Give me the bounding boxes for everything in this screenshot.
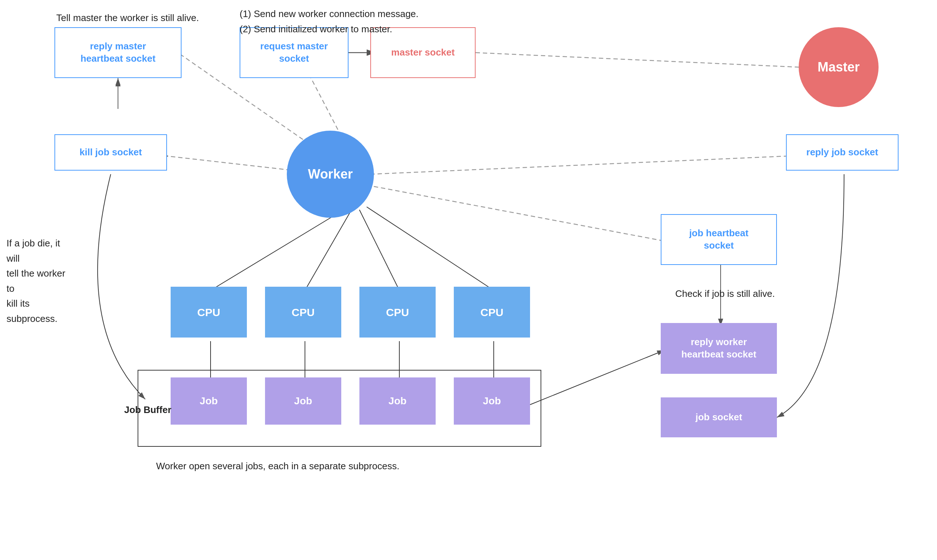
reply-master-heartbeat-socket-box: reply masterheartbeat socket bbox=[54, 27, 182, 78]
job-label-3: Job bbox=[483, 394, 501, 408]
cpu-box-2: CPU bbox=[359, 287, 435, 337]
tell-master-label: Tell master the worker is still alive. bbox=[56, 11, 199, 25]
svg-line-14 bbox=[359, 210, 399, 290]
kill-job-desc-label: If a job die, it willtell the worker tok… bbox=[6, 236, 68, 327]
job-box-1: Job bbox=[265, 377, 341, 425]
job-box-3: Job bbox=[454, 377, 530, 425]
master-circle-label: Master bbox=[817, 60, 860, 75]
send-messages-label: (1) Send new worker connection message. … bbox=[240, 6, 418, 37]
job-label-1: Job bbox=[294, 394, 312, 408]
job-socket-label: job socket bbox=[695, 411, 742, 423]
svg-line-15 bbox=[367, 207, 494, 290]
svg-line-12 bbox=[211, 207, 349, 290]
reply-job-socket-box: reply job socket bbox=[786, 134, 899, 171]
svg-line-21 bbox=[530, 350, 665, 405]
svg-line-10 bbox=[370, 156, 788, 174]
master-socket-label: master socket bbox=[391, 46, 455, 59]
worker-opens-label: Worker open several jobs, each in a sepa… bbox=[156, 459, 399, 473]
cpu-label-2: CPU bbox=[386, 305, 409, 319]
cpu-label-3: CPU bbox=[480, 305, 503, 319]
kill-job-socket-box: kill job socket bbox=[54, 134, 167, 171]
diagram-container: reply masterheartbeat socket request mas… bbox=[0, 0, 937, 560]
reply-worker-heartbeat-socket-box: reply workerheartbeat socket bbox=[661, 323, 777, 374]
svg-line-7 bbox=[475, 52, 799, 67]
cpu-box-0: CPU bbox=[171, 287, 247, 337]
job-socket-box: job socket bbox=[661, 397, 777, 437]
job-box-2: Job bbox=[359, 377, 435, 425]
worker-circle: Worker bbox=[287, 131, 374, 218]
kill-job-socket-label: kill job socket bbox=[80, 146, 142, 158]
reply-master-heartbeat-label: reply masterheartbeat socket bbox=[81, 40, 156, 65]
check-job-label: Check if job is still alive. bbox=[675, 287, 775, 301]
job-label-0: Job bbox=[200, 394, 218, 408]
job-box-0: Job bbox=[171, 377, 247, 425]
job-heartbeat-socket-box: job heartbeatsocket bbox=[661, 214, 777, 265]
cpu-label-0: CPU bbox=[197, 305, 220, 319]
svg-line-11 bbox=[367, 185, 666, 242]
job-label-2: Job bbox=[388, 394, 406, 408]
cpu-box-1: CPU bbox=[265, 287, 341, 337]
worker-circle-label: Worker bbox=[308, 166, 352, 182]
request-master-socket-label: request mastersocket bbox=[260, 40, 328, 65]
svg-line-13 bbox=[305, 209, 352, 290]
cpu-box-3: CPU bbox=[454, 287, 530, 337]
arrows-svg bbox=[0, 0, 937, 560]
job-heartbeat-socket-label: job heartbeatsocket bbox=[689, 227, 748, 252]
job-buffer-label: Job Buffer bbox=[124, 403, 171, 417]
cpu-label-1: CPU bbox=[292, 305, 314, 319]
reply-worker-heartbeat-label: reply workerheartbeat socket bbox=[682, 336, 757, 361]
master-circle: Master bbox=[799, 27, 879, 107]
reply-job-socket-label: reply job socket bbox=[806, 146, 878, 158]
